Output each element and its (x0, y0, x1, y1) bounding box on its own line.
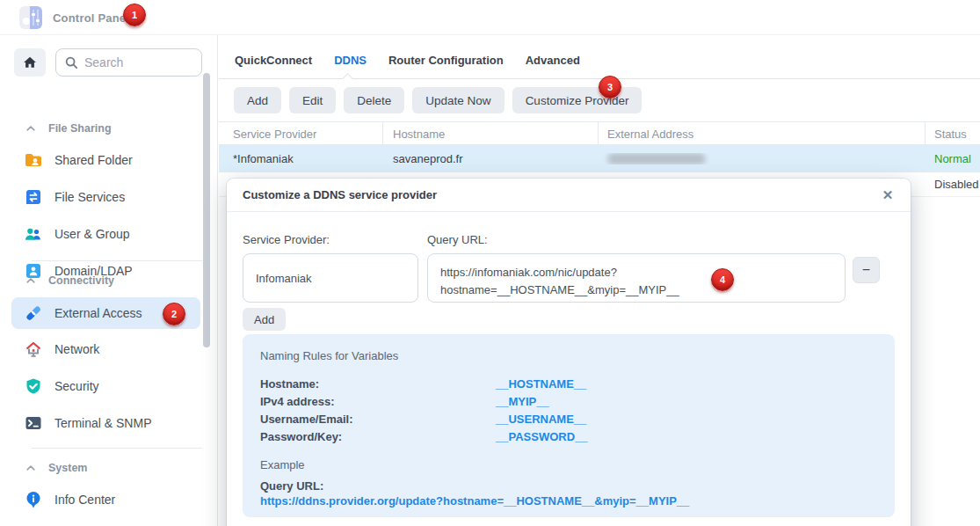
user-group-icon (24, 224, 43, 244)
home-icon (20, 55, 40, 70)
section-header-file-sharing[interactable]: File Sharing (0, 120, 202, 137)
column-header-external-address[interactable]: External Address (599, 122, 926, 146)
search-input[interactable] (84, 55, 181, 69)
service-provider-input[interactable] (243, 253, 418, 303)
network-icon (24, 340, 43, 359)
annotation-badge-4: 4 (711, 268, 734, 291)
example-label: Example (260, 458, 877, 471)
toolbar: Add Edit Delete Update Now Customize Pro… (234, 87, 642, 113)
annotation-badge-1: 1 (123, 4, 146, 26)
variable-rows: Hostname: __HOSTNAME__ IPv4 address: __M… (260, 376, 877, 446)
sidebar-item-security[interactable]: Security (0, 370, 202, 402)
terminal-icon (24, 413, 43, 433)
tab-router-configuration[interactable]: Router Configuration (388, 54, 505, 67)
variable-row: IPv4 address: __MYIP__ (260, 393, 877, 411)
query-url-label: Query URL: (427, 233, 488, 246)
chevron-up-icon (25, 462, 37, 474)
edit-button[interactable]: Edit (289, 87, 336, 113)
table-row[interactable]: *Infomaniak savaneprod.fr Normal (219, 145, 980, 172)
sidebar-item-file-services[interactable]: File Services (0, 181, 202, 213)
annotation-badge-2: 2 (163, 303, 185, 325)
redacted-external-address (607, 153, 706, 164)
tab-divider (219, 78, 980, 79)
close-icon[interactable]: ✕ (879, 186, 897, 204)
sidebar-item-user-group[interactable]: User & Group (0, 218, 202, 250)
add-provider-row-button[interactable]: Add (243, 308, 286, 331)
tab-bar: QuickConnect DDNS Router Configuration A… (234, 42, 601, 77)
cell-external-address (599, 153, 926, 164)
tab-advanced[interactable]: Advanced (525, 54, 581, 67)
update-now-button[interactable]: Update Now (412, 87, 504, 113)
page-title: Control Panel (53, 11, 129, 25)
sidebar-item-network[interactable]: Network (0, 333, 202, 365)
infobox-title: Naming Rules for Variables (260, 349, 877, 362)
column-header-service-provider[interactable]: Service Provider (219, 122, 383, 146)
status-badge: Disabled (926, 178, 980, 191)
example-query-url-label: Query URL: (260, 479, 877, 493)
sidebar-item-shared-folder[interactable]: Shared Folder (0, 144, 202, 176)
example-query-url-link[interactable]: https://ddns.provider.org/update?hostnam… (260, 494, 877, 508)
query-url-input[interactable]: https://infomaniak.com/nic/update? hostn… (427, 253, 846, 303)
sidebar: File Sharing Shared Folder File Services… (0, 35, 218, 526)
table-header: Service Provider Hostname External Addre… (219, 121, 980, 145)
sidebar-item-info-center[interactable]: Info Center (0, 484, 202, 515)
search-box[interactable] (55, 48, 202, 77)
remove-row-button[interactable]: − (853, 257, 880, 283)
tab-quickconnect[interactable]: QuickConnect (234, 54, 313, 67)
delete-button[interactable]: Delete (344, 87, 404, 113)
section-header-connectivity[interactable]: Connectivity (0, 272, 202, 289)
tab-ddns[interactable]: DDNS (333, 54, 367, 67)
cell-service-provider: *Infomaniak (219, 152, 383, 165)
annotation-badge-3: 3 (599, 76, 621, 99)
chevron-up-icon (25, 274, 37, 287)
customize-provider-button[interactable]: Customize Provider (512, 87, 642, 113)
service-provider-label: Service Provider: (243, 233, 330, 246)
sidebar-item-terminal-snmp[interactable]: Terminal & SNMP (0, 407, 202, 439)
info-center-icon (24, 490, 43, 509)
search-icon (64, 55, 78, 69)
external-access-icon (24, 303, 43, 323)
variable-row: Hostname: __HOSTNAME__ (260, 376, 877, 393)
section-header-system[interactable]: System (0, 459, 202, 477)
shared-folder-icon (24, 150, 43, 170)
security-icon (24, 376, 43, 396)
titlebar: Control Panel (0, 0, 980, 35)
home-button[interactable] (14, 48, 46, 77)
dialog-title: Customize a DDNS service provider (243, 188, 437, 201)
variable-row: Password/Key: __PASSWORD__ (260, 428, 877, 446)
column-header-status[interactable]: Status (926, 122, 980, 146)
column-header-hostname[interactable]: Hostname (383, 122, 599, 146)
chevron-up-icon (25, 122, 37, 135)
status-badge: Normal (926, 152, 980, 165)
cell-hostname: savaneprod.fr (383, 152, 599, 165)
sidebar-scrollbar[interactable] (203, 73, 210, 347)
sidebar-divider (32, 260, 202, 261)
file-services-icon (24, 187, 43, 207)
sidebar-divider (32, 448, 202, 449)
dialog-header: Customize a DDNS service provider ✕ (227, 179, 911, 212)
naming-rules-infobox: Naming Rules for Variables Hostname: __H… (243, 334, 895, 517)
variable-row: Username/Email: __USERNAME__ (260, 411, 877, 428)
add-button[interactable]: Add (234, 87, 281, 113)
customize-ddns-provider-dialog: Customize a DDNS service provider ✕ Serv… (227, 179, 911, 526)
control-panel-icon (19, 6, 42, 29)
